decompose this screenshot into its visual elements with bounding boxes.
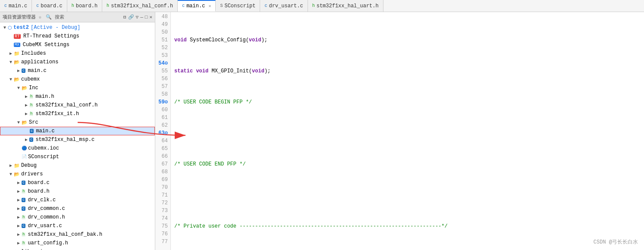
menu-icon[interactable]: ▽ bbox=[136, 14, 139, 20]
ln-54: 54⊖ bbox=[155, 59, 168, 67]
tree-label: Src bbox=[29, 119, 38, 125]
c-file-icon: c bbox=[22, 198, 25, 202]
tree-item-src[interactable]: ▼ 📂 Src bbox=[0, 118, 155, 127]
ln-60: 60 bbox=[155, 106, 168, 114]
tree-item-drivers[interactable]: ▼ 📂 drivers bbox=[0, 170, 155, 178]
h-file-icon: h bbox=[29, 112, 33, 116]
tree-label: main.c bbox=[28, 68, 46, 74]
tab-board-h[interactable]: h board.h bbox=[67, 0, 102, 12]
tree-item-src-main-c[interactable]: c main.c bbox=[0, 127, 155, 135]
tree-item-drv-clk[interactable]: ▶ c drv_clk.c bbox=[0, 196, 155, 204]
close-icon[interactable]: ✕ bbox=[149, 14, 152, 20]
c-file-icon: c bbox=[30, 129, 34, 133]
tree-item-it-h[interactable]: ▶ h stm32f1xx_it.h bbox=[0, 109, 155, 118]
tab-label: board.h bbox=[76, 3, 97, 9]
tab-main-c-2[interactable]: c main.c ✕ bbox=[178, 0, 216, 12]
minimize-icon[interactable]: — bbox=[140, 15, 143, 20]
maximize-icon[interactable]: □ bbox=[145, 15, 148, 20]
tree-item-board-h[interactable]: ▶ h board.h bbox=[0, 187, 155, 196]
tree-label: applications bbox=[21, 59, 58, 65]
sidebar-header: 项目资源管理器 ☆ 🔍 搜索 ⊟ 🔗 ▽ — □ ✕ bbox=[0, 12, 155, 22]
ln-50: 50 bbox=[155, 28, 168, 36]
tree-arrow: ▶ bbox=[16, 180, 22, 185]
code-editor[interactable]: void SystemClock_Config(void); static vo… bbox=[171, 12, 644, 250]
tree-arrow: ▼ bbox=[8, 60, 14, 65]
h-file-icon: h bbox=[312, 3, 315, 8]
tree-item-drv-usart[interactable]: ▶ c drv_usart.c bbox=[0, 222, 155, 230]
code-line-50: /* USER CODE BEGIN PFP */ bbox=[174, 98, 644, 106]
tree-item-cubemx-settings[interactable]: MX CubeMX Settings bbox=[0, 41, 155, 49]
tree-arrow: ▶ bbox=[23, 94, 29, 99]
collapse-icon[interactable]: ⊟ bbox=[123, 14, 126, 20]
tree-arrow: ▶ bbox=[16, 241, 22, 246]
tree-label: SConscript bbox=[28, 154, 59, 160]
tree-label: cubemx.ioc bbox=[28, 145, 59, 151]
tree-item-sconscript[interactable]: 📄 SConscript bbox=[0, 153, 155, 161]
h-file-icon: h bbox=[22, 215, 25, 219]
tree-label: RT-Thread Settings bbox=[23, 33, 79, 39]
tab-main-c-1[interactable]: c main.c bbox=[0, 0, 32, 12]
tree-item-board-c[interactable]: ▶ c board.c bbox=[0, 178, 155, 187]
tab-close-button[interactable]: ✕ bbox=[208, 3, 211, 9]
tab-label: main.c bbox=[9, 3, 27, 9]
c-file-icon: c bbox=[182, 3, 185, 8]
code-line-51 bbox=[174, 129, 644, 137]
tab-label: board.c bbox=[41, 3, 62, 9]
tree-label: main.h bbox=[35, 94, 54, 100]
tree-item-hal-conf-h[interactable]: ▶ h stm32f1xx_hal_conf.h bbox=[0, 101, 155, 109]
tree-label: cubemx bbox=[21, 76, 40, 82]
folder-icon: 📁 bbox=[14, 163, 20, 169]
link-icon[interactable]: 🔗 bbox=[128, 14, 134, 20]
tree-item-main-h[interactable]: ▶ h main.h bbox=[0, 92, 155, 101]
ln-74: 74 bbox=[155, 215, 168, 222]
tree-item-app-main[interactable]: ▶ c main.c bbox=[0, 66, 155, 75]
editor-area: 48 49 50 51 52 53 54⊖ 55 56 57 58 59⊖ 60… bbox=[155, 12, 644, 250]
tree-label: stm32f1xx_hal_msp.c bbox=[35, 137, 94, 143]
tree-item-inc[interactable]: ▼ 📂 Inc bbox=[0, 84, 155, 92]
tree-arrow: ▶ bbox=[16, 223, 22, 228]
h-file-icon: h bbox=[22, 232, 25, 237]
tree-item-hal-msp[interactable]: ▶ c stm32f1xx_hal_msp.c bbox=[0, 135, 155, 144]
code-line-53 bbox=[174, 191, 644, 199]
tab-board-c[interactable]: c board.c bbox=[32, 0, 67, 12]
code-line-48: void SystemClock_Config(void); bbox=[174, 36, 644, 44]
tree-item-test2[interactable]: ▼ ⬡ test2 [Active - Debug] bbox=[0, 23, 155, 32]
tab-label: drv_usart.c bbox=[269, 3, 303, 9]
tree-item-drv-common-c[interactable]: ▶ c drv_common.c bbox=[0, 204, 155, 213]
tree-item-conf-bak-h[interactable]: ▶ h stm32f1xx_hal_conf_bak.h bbox=[0, 230, 155, 239]
c-file-icon: c bbox=[264, 3, 267, 8]
code-container[interactable]: 48 49 50 51 52 53 54⊖ 55 56 57 58 59⊖ 60… bbox=[155, 12, 644, 250]
tree-item-debug[interactable]: ▶ 📁 Debug bbox=[0, 161, 155, 170]
search-label: 🔍 搜索 bbox=[46, 14, 64, 20]
ln-55: 55 bbox=[155, 67, 168, 75]
tab-drv-usart[interactable]: c drv_usart.c bbox=[260, 0, 308, 12]
code-line-49: static void MX_GPIO_Init(void); bbox=[174, 67, 644, 75]
tab-sconscript[interactable]: S SConscript bbox=[216, 0, 260, 12]
tree-label: stm32f1xx_it.h bbox=[35, 111, 79, 117]
tree-label: CubeMX Settings bbox=[23, 42, 69, 48]
tree-item-drv-common-h[interactable]: ▶ h drv_common.h bbox=[0, 213, 155, 222]
tab-stm32-hal-conf[interactable]: h stm32f1xx_hal_conf.h bbox=[102, 0, 178, 12]
tree-label: main.c bbox=[36, 128, 54, 134]
tree-item-applications[interactable]: ▼ 📂 applications bbox=[0, 58, 155, 66]
tab-label: SConscript bbox=[224, 3, 255, 9]
h-file-icon: h bbox=[22, 189, 25, 194]
c-file-icon: c bbox=[29, 138, 33, 142]
tree-item-ioc[interactable]: 🔵 cubemx.ioc bbox=[0, 144, 155, 153]
tree-item-uart-config-h[interactable]: ▶ h uart_config.h bbox=[0, 239, 155, 247]
ln-65: 65 bbox=[155, 145, 168, 153]
tree-item-cubemx[interactable]: ▼ 📂 cubemx bbox=[0, 75, 155, 84]
tree-arrow: ▶ bbox=[23, 111, 29, 116]
folder-icon: 📂 bbox=[14, 77, 20, 82]
tree-arrow: ▼ bbox=[16, 86, 22, 91]
tab-stm32-hal-uart[interactable]: h stm32f1xx_hal_uart.h bbox=[308, 0, 383, 12]
ln-66: 66 bbox=[155, 153, 168, 160]
sidebar: 项目资源管理器 ☆ 🔍 搜索 ⊟ 🔗 ▽ — □ ✕ ▼ ⬡ test2 [Ac… bbox=[0, 12, 155, 250]
folder-icon: 📂 bbox=[14, 172, 20, 177]
ln-70: 70 bbox=[155, 184, 168, 191]
tree-item-includes[interactable]: ▶ 📁 Includes bbox=[0, 49, 155, 58]
ln-77: 77 bbox=[155, 238, 168, 246]
tree-item-rt-thread[interactable]: RT RT-Thread Settings bbox=[0, 32, 155, 41]
tree-item-libraries[interactable]: ▶ 📁 libraries bbox=[0, 247, 155, 250]
project-explorer-label: 项目资源管理器 ☆ bbox=[3, 14, 41, 20]
